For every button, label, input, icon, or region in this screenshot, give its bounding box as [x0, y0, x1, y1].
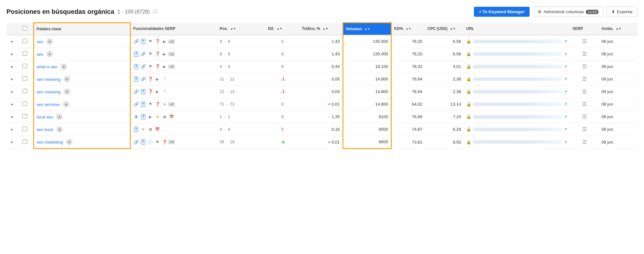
add-keyword-button[interactable]: + — [66, 139, 72, 145]
serp-preview-cell[interactable]: ☰ — [570, 73, 599, 85]
row-checkbox[interactable] — [23, 139, 27, 144]
keyword-link[interactable]: seo meaning — [37, 77, 61, 82]
to-keyword-manager-button[interactable]: + To Keyword Manager — [474, 7, 530, 17]
add-keyword-button[interactable]: + — [63, 101, 69, 108]
serp-preview-cell[interactable]: ☰ — [570, 48, 599, 60]
row-checkbox[interactable] — [23, 76, 27, 81]
serp-feature-icon: ▦ — [148, 127, 153, 132]
add-keyword-button[interactable]: + — [64, 76, 70, 82]
keyword-link[interactable]: seo meaning — [37, 89, 61, 94]
serp-preview-cell[interactable]: ☰ — [570, 35, 599, 48]
serp-doc-icon[interactable]: ☰ — [582, 89, 587, 94]
serp-preview-cell[interactable]: ☰ — [570, 85, 599, 98]
col-traffic-header[interactable]: Tráfico, % ▲▼ — [299, 23, 343, 35]
external-link-icon[interactable]: ↗ — [564, 114, 567, 119]
row-checkbox[interactable] — [23, 89, 27, 93]
col-kd-header[interactable]: KD% ▲▼ — [391, 23, 425, 35]
col-check-header[interactable] — [20, 23, 34, 35]
keywords-table: Palabra clave Funcionalidades SERP Pos. … — [6, 22, 638, 149]
keyword-link[interactable]: seo — [37, 52, 43, 57]
serp-feature-icon: ❓ — [155, 39, 160, 44]
export-button[interactable]: ⬆ Exportar — [607, 6, 638, 17]
serp-doc-icon[interactable]: ☰ — [582, 127, 587, 132]
col-serp-header: SERP — [570, 23, 599, 35]
col-date-header[interactable]: Actda. ▲▼ — [599, 23, 638, 35]
col-pos-header[interactable]: Pos. ▲▼ — [217, 23, 265, 35]
traffic-cell: 1,35 — [299, 110, 343, 123]
serp-doc-icon[interactable]: ☰ — [582, 114, 587, 119]
serp-preview-cell[interactable]: ☰ — [570, 136, 599, 148]
keyword-link[interactable]: seo — [37, 39, 43, 44]
page-count: 1 - 100 (6728) — [118, 9, 150, 15]
url-cell: 🔒 ↗ — [464, 85, 570, 98]
expand-button[interactable]: ► — [9, 76, 15, 82]
serp-preview-cell[interactable]: ☰ — [570, 123, 599, 136]
row-checkbox[interactable] — [23, 114, 27, 118]
table-row: ►seo +?🔗⚑❓▶+28 → 801,43135.00076,206,58 … — [6, 48, 638, 60]
expand-button[interactable]: ► — [9, 89, 15, 95]
row-checkbox[interactable] — [23, 64, 27, 68]
expand-button[interactable]: ► — [9, 139, 15, 145]
keyword-link[interactable]: seo services — [37, 102, 60, 107]
traffic-cell: 0,16 — [299, 123, 343, 136]
cpc-cell: 7,24 — [425, 110, 464, 123]
kd-cell: 76,66 — [391, 110, 425, 123]
external-link-icon[interactable]: ↗ — [564, 102, 567, 107]
add-keyword-button[interactable]: + — [46, 51, 53, 57]
serp-feature-icon: 🔗 — [133, 139, 139, 145]
keyword-link[interactable]: seo marketing — [37, 140, 63, 145]
external-link-icon[interactable]: ↗ — [564, 140, 567, 145]
info-icon[interactable]: ⓘ — [153, 9, 158, 15]
url-blurred — [473, 140, 562, 144]
keyword-link[interactable]: what is seo — [37, 64, 58, 69]
keyword-link[interactable]: seo tools — [37, 127, 53, 132]
expand-button[interactable]: ► — [9, 51, 15, 57]
external-link-icon[interactable]: ↗ — [564, 89, 567, 94]
external-link-icon[interactable]: ↗ — [564, 52, 567, 56]
external-link-icon[interactable]: ↗ — [564, 64, 567, 69]
external-link-icon[interactable]: ↗ — [564, 39, 567, 44]
difficulty-change-cell: ↑6 — [265, 136, 299, 148]
serp-feature-icon: ❓ — [155, 101, 160, 107]
volume-sort-arrows: ▲▼ — [364, 28, 370, 31]
add-keyword-button[interactable]: + — [46, 38, 53, 45]
external-link-icon[interactable]: ↗ — [564, 127, 567, 132]
serp-preview-cell[interactable]: ☰ — [570, 98, 599, 110]
add-keyword-button[interactable]: + — [61, 63, 67, 70]
expand-button[interactable]: ► — [9, 127, 15, 132]
serp-feature-icon: ? — [140, 39, 146, 44]
manage-columns-button[interactable]: ⚙ Administrar columnas 11/15 — [533, 6, 603, 17]
serp-feature-icon: ★ — [155, 114, 160, 120]
row-checkbox[interactable] — [23, 127, 27, 131]
add-keyword-button[interactable]: + — [64, 89, 70, 95]
serp-doc-icon[interactable]: ☰ — [582, 51, 587, 57]
date-cell: 08 jun. — [599, 110, 638, 123]
serp-doc-icon[interactable]: ☰ — [582, 39, 587, 44]
serp-doc-icon[interactable]: ☰ — [582, 139, 587, 145]
add-keyword-button[interactable]: + — [56, 126, 63, 133]
add-keyword-button[interactable]: + — [56, 114, 62, 120]
select-all-checkbox[interactable] — [23, 26, 27, 31]
col-cpc-header[interactable]: CPC (USD) ▲▼ — [425, 23, 464, 35]
cpc-cell: 2,38 — [425, 73, 464, 85]
expand-button[interactable]: ► — [9, 64, 15, 70]
volume-cell: 8100 — [343, 110, 391, 123]
kd-cell: 76,20 — [391, 48, 425, 60]
row-checkbox[interactable] — [23, 39, 27, 43]
expand-button[interactable]: ► — [9, 101, 15, 107]
keyword-link[interactable]: local seo — [37, 115, 53, 119]
serp-doc-icon[interactable]: ☰ — [582, 64, 587, 69]
serp-preview-cell[interactable]: ☰ — [570, 60, 599, 73]
serp-doc-icon[interactable]: ☰ — [582, 76, 587, 82]
serp-doc-icon[interactable]: ☰ — [582, 101, 587, 107]
external-link-icon[interactable]: ↗ — [564, 77, 567, 81]
expand-button[interactable]: ► — [9, 114, 15, 120]
col-dif-header[interactable]: Dif. ▲▼ — [265, 23, 299, 35]
row-checkbox[interactable] — [23, 51, 27, 56]
serp-preview-cell[interactable]: ☰ — [570, 110, 599, 123]
export-icon: ⬆ — [611, 9, 615, 14]
expand-button[interactable]: ► — [9, 39, 15, 44]
serp-feature-icon: ▶ — [148, 114, 153, 120]
col-volume-header[interactable]: Volumen ▲▼ — [343, 23, 391, 35]
row-checkbox[interactable] — [23, 101, 27, 106]
